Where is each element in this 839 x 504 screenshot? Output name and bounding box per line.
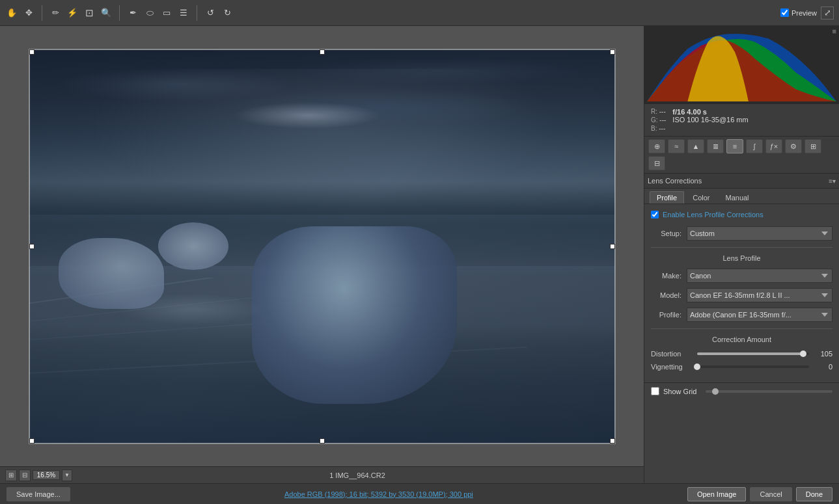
- undo-icon[interactable]: ↺: [204, 7, 217, 20]
- done-button[interactable]: Done: [796, 487, 832, 501]
- heal-tool-icon[interactable]: ⚡: [66, 7, 79, 20]
- panel-icon-grid-minus[interactable]: ⊟: [648, 156, 665, 170]
- crop-handle-tc[interactable]: [320, 49, 325, 55]
- make-select[interactable]: Canon: [687, 269, 832, 283]
- model-select[interactable]: Canon EF 16-35mm f/2.8 L II ...: [687, 288, 832, 302]
- distortion-track[interactable]: [697, 352, 809, 355]
- make-row: Make: Canon: [651, 269, 832, 283]
- crop-handle-ml[interactable]: [29, 244, 34, 249]
- panel-tabs: Profile Color Manual: [644, 189, 839, 204]
- panel-icon-detail[interactable]: ≡: [726, 139, 743, 153]
- panel-header-minimize[interactable]: ≡▾: [829, 178, 836, 185]
- brush-tool-icon[interactable]: ✏: [49, 7, 62, 20]
- crop-handle-tr[interactable]: [610, 49, 615, 55]
- panel-header: Lens Corrections ≡▾: [644, 174, 839, 189]
- crop-tool-icon[interactable]: ⊡: [83, 7, 96, 20]
- enable-lens-profile-checkbox[interactable]: [651, 211, 659, 219]
- bottom-left: Save Image...: [7, 487, 70, 501]
- profile-tab-content: Enable Lens Profile Corrections Setup: C…: [644, 204, 839, 382]
- g-label: G: ---: [651, 116, 666, 124]
- exposure-value: f/16 4.00 s: [672, 108, 832, 116]
- correction-amount-title: Correction Amount: [651, 336, 832, 343]
- show-grid-label: Show Grid: [663, 388, 696, 395]
- meta-exposure-info: f/16 4.00 s ISO 100 16-35@16 mm: [672, 108, 832, 124]
- preview-checkbox[interactable]: [780, 8, 789, 17]
- toolbar-sep-3: [197, 5, 197, 21]
- save-image-button[interactable]: Save Image...: [7, 487, 70, 501]
- right-panel: ≡ R: --- G: --- B: --- f/16 4.00 s ISO 1…: [644, 26, 839, 483]
- zoom-fit-icon[interactable]: ⊞: [5, 470, 17, 481]
- zoom-value[interactable]: 16.5%: [33, 470, 60, 480]
- b-label: B: ---: [651, 125, 666, 132]
- divider-2: [651, 328, 832, 329]
- preview-area: ⊞ ⊟ 16.5% ▼ 1 IMG__964.CR2: [0, 26, 839, 483]
- tab-manual[interactable]: Manual: [718, 191, 756, 204]
- histogram-minimize[interactable]: ≡: [832, 27, 836, 35]
- show-grid-checkbox[interactable]: [651, 387, 659, 395]
- list-icon[interactable]: ☰: [177, 7, 190, 20]
- panel-icon-tone-curve[interactable]: ≈: [668, 139, 685, 153]
- shape-tool-icon[interactable]: ⬭: [143, 7, 156, 20]
- fullscreen-icon[interactable]: ⤢: [821, 7, 834, 20]
- main-image: [29, 49, 615, 444]
- profile-row: Profile: Adobe (Canon EF 16-35mm f/...: [651, 308, 832, 322]
- setup-row: Setup: Custom: [651, 226, 832, 241]
- meta-rgb: R: --- G: --- B: ---: [651, 108, 666, 132]
- tab-color[interactable]: Color: [685, 191, 717, 204]
- canvas-view[interactable]: [0, 26, 644, 466]
- zoom-fill-icon[interactable]: ⊟: [19, 470, 31, 481]
- cancel-button[interactable]: Cancel: [750, 487, 791, 501]
- zoom-dropdown-arrow[interactable]: ▼: [62, 470, 72, 481]
- crop-handle-mr[interactable]: [610, 244, 615, 249]
- panel-icon-grid-plus[interactable]: ⊞: [805, 139, 821, 153]
- profile-select[interactable]: Adobe (Canon EF 16-35mm f/...: [687, 308, 832, 322]
- enable-profile-row: Enable Lens Profile Corrections: [651, 211, 832, 219]
- setup-label: Setup:: [651, 230, 687, 237]
- tab-profile[interactable]: Profile: [650, 191, 684, 204]
- iso-value: ISO 100 16-35@16 mm: [672, 116, 832, 124]
- panel-icon-fx[interactable]: ƒ×: [765, 139, 782, 153]
- distortion-thumb[interactable]: [800, 351, 806, 357]
- crop-handle-bc[interactable]: [320, 438, 325, 444]
- pen-tool-icon[interactable]: ✒: [126, 7, 139, 20]
- panel-icon-split-tone[interactable]: ≣: [707, 139, 724, 153]
- preview-checkbox-label[interactable]: Preview: [780, 8, 817, 17]
- panel-title: Lens Corrections: [648, 177, 702, 185]
- divider-1: [651, 247, 832, 248]
- vignetting-thumb[interactable]: [694, 364, 700, 370]
- panel-icon-camera[interactable]: ⚙: [785, 139, 802, 153]
- hand-tool-icon[interactable]: ✋: [5, 7, 18, 20]
- grid-opacity-slider[interactable]: [706, 390, 832, 393]
- r-label: R: ---: [651, 108, 666, 115]
- zoom-tool-icon[interactable]: 🔍: [100, 7, 113, 20]
- enable-lens-profile-label[interactable]: Enable Lens Profile Corrections: [663, 211, 763, 219]
- metadata-strip: R: --- G: --- B: --- f/16 4.00 s ISO 100…: [644, 104, 839, 137]
- top-toolbar: ✋ ✥ ✏ ⚡ ⊡ 🔍 ✒ ⬭ ▭ ☰ ↺ ↻ Preview ⤢: [0, 0, 839, 26]
- lens-profile-title: Lens Profile: [651, 254, 832, 262]
- toolbar-sep-1: [42, 5, 42, 21]
- panel-icon-basic[interactable]: ⊕: [648, 139, 665, 153]
- image-container: [29, 49, 616, 444]
- setup-select[interactable]: Custom: [687, 226, 832, 241]
- redo-icon[interactable]: ↻: [221, 7, 234, 20]
- bottom-center: Adobe RGB (1998); 16 bit; 5392 by 3530 (…: [70, 490, 687, 498]
- vignetting-row: Vignetting 0: [651, 363, 832, 371]
- panel-icon-lens[interactable]: ∫: [746, 139, 763, 153]
- crop-handle-br[interactable]: [610, 438, 615, 444]
- eraser-icon[interactable]: ▭: [160, 7, 173, 20]
- panel-icon-hsl[interactable]: ▲: [687, 139, 704, 153]
- grid-opacity-thumb[interactable]: [712, 388, 719, 395]
- bottom-bar: Save Image... Adobe RGB (1998); 16 bit; …: [0, 483, 839, 504]
- open-image-button[interactable]: Open Image: [687, 487, 747, 501]
- toolbar-sep-2: [119, 5, 120, 21]
- make-label: Make:: [651, 272, 687, 280]
- crop-handle-bl[interactable]: [29, 438, 34, 444]
- preview-label: Preview: [791, 9, 817, 17]
- profile-label: Profile:: [651, 311, 687, 319]
- crop-handle-tl[interactable]: [29, 49, 34, 55]
- move-tool-icon[interactable]: ✥: [22, 7, 35, 20]
- vignetting-track[interactable]: [697, 365, 809, 368]
- distortion-label: Distortion: [651, 350, 693, 358]
- image-info-link[interactable]: Adobe RGB (1998); 16 bit; 5392 by 3530 (…: [284, 490, 473, 498]
- filename-display: 1 IMG__964.CR2: [76, 471, 639, 479]
